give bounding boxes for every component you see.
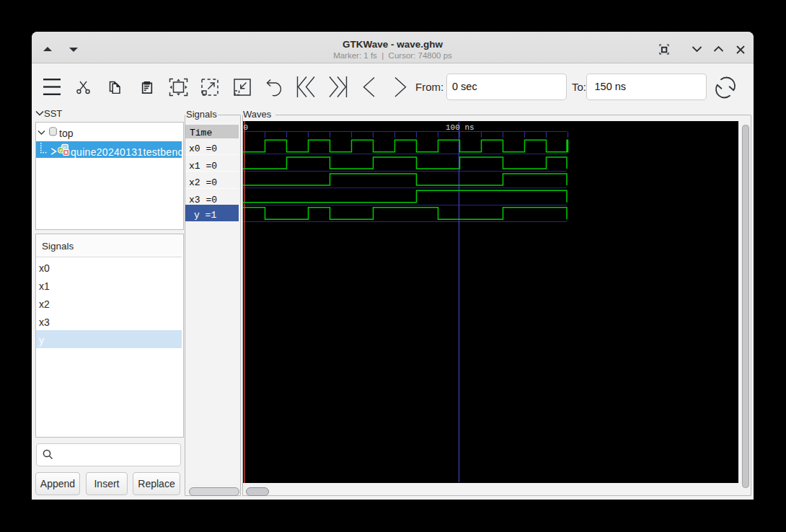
svg-text:0: 0 — [244, 123, 249, 132]
svg-text:100 ns: 100 ns — [446, 123, 474, 132]
